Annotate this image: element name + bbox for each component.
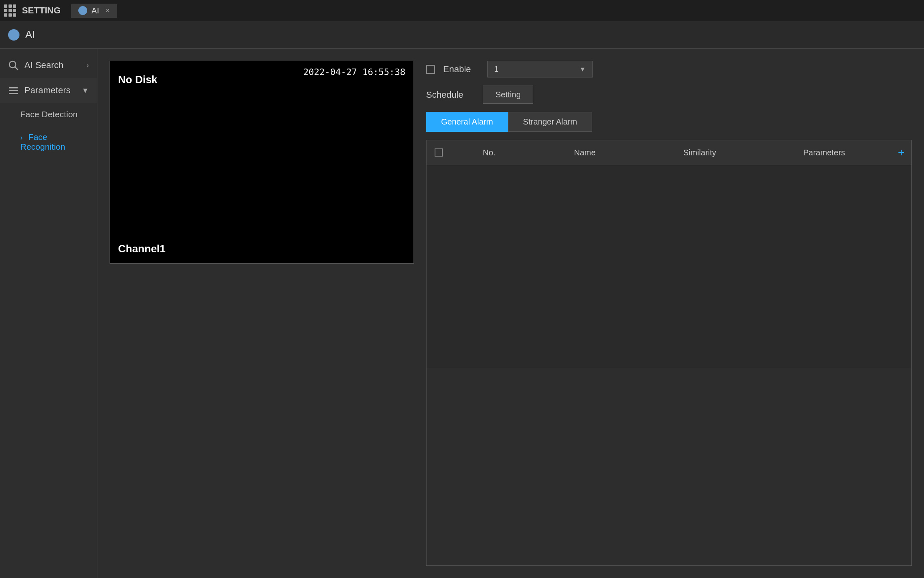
table-header-checkbox[interactable] — [426, 148, 451, 157]
general-alarm-tab[interactable]: General Alarm — [426, 112, 508, 132]
page-title: AI — [25, 28, 35, 41]
col-no: No. — [451, 148, 528, 157]
video-feed: 2022-04-27 16:55:38 No Disk Channel1 — [110, 61, 414, 264]
schedule-row: Schedule Setting — [426, 86, 912, 104]
dropdown-arrow-icon: ▼ — [579, 66, 586, 73]
sidebar-item-ai-search[interactable]: AI Search › — [0, 53, 97, 78]
sidebar-item-face-recognition[interactable]: › Face Recognition — [0, 126, 97, 158]
setting-label: SETTING — [22, 5, 60, 16]
parameters-label: Parameters — [24, 85, 71, 96]
setting-button[interactable]: Setting — [483, 86, 533, 104]
tab-close-button[interactable]: × — [106, 6, 110, 15]
col-parameters: Parameters — [757, 148, 891, 157]
enable-row: Enable 1 ▼ — [426, 61, 912, 77]
channel-value: 1 — [494, 64, 499, 74]
col-similarity: Similarity — [642, 148, 757, 157]
alarm-tabs: General Alarm Stranger Alarm — [426, 112, 912, 132]
parameters-chevron: ▼ — [82, 86, 89, 95]
ai-tab-icon — [78, 6, 87, 15]
ai-search-chevron: › — [86, 61, 89, 70]
video-nodisk: No Disk — [118, 73, 157, 86]
face-table: No. Name Similarity Parameters + — [426, 140, 912, 566]
content-area: 2022-04-27 16:55:38 No Disk Channel1 Ena… — [97, 49, 924, 578]
ai-search-label: AI Search — [24, 60, 64, 71]
video-channel: Channel1 — [118, 243, 166, 255]
add-row-button[interactable]: + — [891, 146, 911, 159]
grid-icon — [4, 4, 16, 17]
enable-checkbox[interactable] — [426, 65, 435, 74]
video-panel: 2022-04-27 16:55:38 No Disk Channel1 — [110, 61, 414, 566]
sidebar-item-face-detection[interactable]: Face Detection — [0, 103, 97, 126]
select-all-checkbox[interactable] — [435, 148, 443, 157]
stranger-alarm-tab[interactable]: Stranger Alarm — [508, 112, 592, 132]
ai-header-icon — [8, 29, 19, 41]
sidebar: AI Search › Parameters ▼ Face Detection … — [0, 49, 97, 578]
enable-label: Enable — [443, 64, 471, 75]
ai-search-icon — [8, 60, 19, 71]
settings-panel: Enable 1 ▼ Schedule Setting General Alar… — [426, 61, 912, 566]
table-body — [426, 165, 911, 368]
main-layout: AI Search › Parameters ▼ Face Detection … — [0, 49, 924, 578]
table-header: No. Name Similarity Parameters + — [426, 140, 911, 165]
page-header: AI — [0, 21, 924, 49]
svg-line-1 — [15, 67, 18, 70]
parameters-icon — [8, 85, 19, 96]
titlebar: SETTING AI × — [0, 0, 924, 21]
face-recognition-label: Face Recognition — [20, 132, 65, 151]
ai-tab-label: AI — [91, 6, 99, 15]
schedule-label: Schedule — [426, 90, 475, 100]
video-timestamp: 2022-04-27 16:55:38 — [303, 67, 405, 77]
col-name: Name — [528, 148, 642, 157]
face-detection-label: Face Detection — [20, 110, 78, 119]
sidebar-item-parameters[interactable]: Parameters ▼ — [0, 78, 97, 103]
ai-tab[interactable]: AI × — [71, 4, 117, 18]
channel-dropdown[interactable]: 1 ▼ — [487, 61, 593, 77]
